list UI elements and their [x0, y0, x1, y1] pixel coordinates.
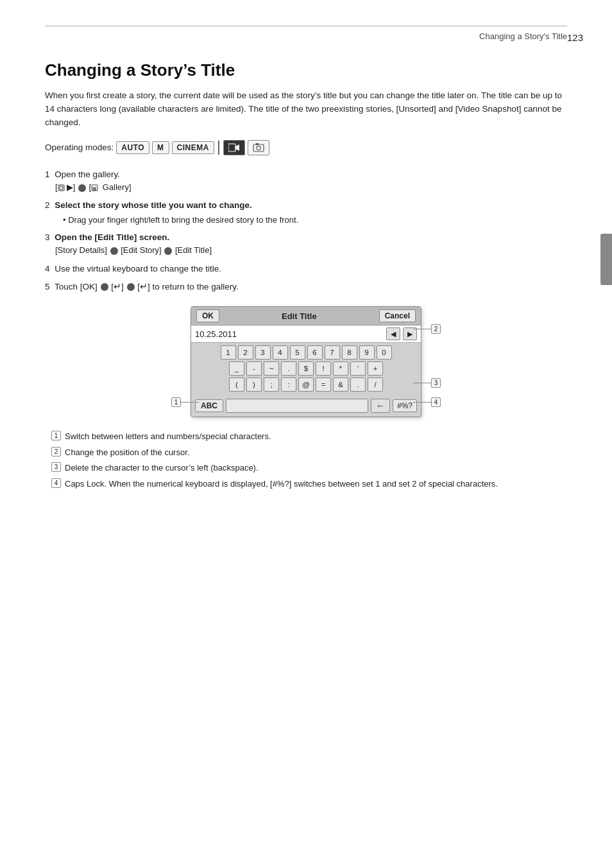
- intro-text: When you first create a story, the curre…: [45, 89, 567, 130]
- kb-key-semicolon[interactable]: ;: [264, 378, 279, 392]
- figure-wrapper: OK Edit Title Cancel 10.25.2011 ◀ ▶ 1 2 …: [191, 306, 421, 417]
- kb-bottom-row: ABC ← #%?: [191, 396, 421, 417]
- top-rule: [45, 26, 567, 26]
- fn-text-2: Change the position of the cursor.: [65, 446, 189, 459]
- kb-key-rparen[interactable]: ): [246, 378, 262, 392]
- svg-rect-5: [58, 185, 64, 191]
- kb-row-numbers: 1 2 3 4 5 6 7 8 9 0: [195, 345, 417, 360]
- mode-auto: AUTO: [116, 141, 149, 154]
- svg-rect-6: [60, 186, 63, 189]
- fn-text-3: Delete the character to the cursor’s lef…: [65, 462, 259, 474]
- callout-3-container: 3: [413, 378, 441, 388]
- footnotes: 1 Switch between letters and numbers/spe…: [45, 430, 567, 490]
- keyboard-figure: OK Edit Title Cancel 10.25.2011 ◀ ▶ 1 2 …: [45, 306, 567, 417]
- operating-modes: Operating modes: AUTO M CINEMA: [45, 140, 567, 155]
- fn-num-4: 4: [51, 478, 61, 488]
- kb-key-dash[interactable]: -: [246, 361, 262, 376]
- step-5-text: Touch [OK] [↵] [↵] to return to the gall…: [55, 282, 239, 291]
- footnote-4: 4 Caps Lock. When the numerical keyboard…: [51, 478, 567, 490]
- operating-modes-label: Operating modes:: [45, 143, 114, 152]
- kb-key-5[interactable]: 5: [290, 345, 305, 360]
- kb-key-2[interactable]: 2: [238, 345, 253, 360]
- svg-rect-4: [256, 143, 259, 145]
- kb-key-period[interactable]: .: [281, 361, 296, 376]
- kb-cancel-btn[interactable]: Cancel: [379, 309, 416, 322]
- kb-left-arrow[interactable]: ◀: [386, 327, 400, 340]
- keyboard-panel: OK Edit Title Cancel 10.25.2011 ◀ ▶ 1 2 …: [191, 306, 421, 417]
- step-2-number: 2: [45, 200, 50, 210]
- step-3: 3 Open the [Edit Title] screen. [Story D…: [45, 231, 567, 257]
- page-title: Changing a Story’s Title: [45, 60, 567, 80]
- step-5-number: 5: [45, 282, 50, 291]
- svg-text:▦: ▦: [92, 186, 97, 191]
- kb-key-equals[interactable]: =: [316, 378, 331, 392]
- kb-key-slash[interactable]: /: [368, 378, 383, 392]
- step-2: 2 Select the story whose title you want …: [45, 199, 567, 226]
- kb-key-7[interactable]: 7: [325, 345, 340, 360]
- kb-row-sym1: _ - ~ . $ ! * ' +: [195, 361, 417, 376]
- footnote-3: 3 Delete the character to the cursor’s l…: [51, 462, 567, 474]
- callout-num-2: 2: [431, 324, 441, 334]
- callout-num-4: 4: [431, 397, 441, 407]
- step-3-number: 3: [45, 232, 50, 242]
- kb-key-period2[interactable]: .: [350, 378, 366, 392]
- step-2-text: Select the story whose title you want to…: [55, 200, 252, 210]
- kb-key-plus[interactable]: +: [368, 361, 383, 376]
- step-2-sub-1: Drag your finger right/left to bring the…: [63, 214, 567, 227]
- fn-num-1: 1: [51, 431, 61, 440]
- kb-ok-btn[interactable]: OK: [196, 309, 219, 322]
- kb-key-dollar[interactable]: $: [298, 361, 314, 376]
- step-3-text: Open the [Edit Title] screen.: [55, 232, 169, 242]
- mode-icon-video: [223, 140, 245, 155]
- footnote-1: 1 Switch between letters and numbers/spe…: [51, 430, 567, 443]
- kb-key-6[interactable]: 6: [307, 345, 323, 360]
- fn-text-1: Switch between letters and numbers/speci…: [65, 430, 271, 443]
- step-4-text: Use the virtual keyboard to change the t…: [55, 264, 221, 273]
- kb-key-8[interactable]: 8: [342, 345, 357, 360]
- svg-rect-2: [253, 144, 264, 152]
- sidebar-tab: [600, 234, 612, 285]
- svg-point-3: [257, 146, 260, 150]
- mode-m: M: [152, 141, 169, 154]
- step-4: 4 Use the virtual keyboard to change the…: [45, 263, 567, 275]
- kb-key-underscore[interactable]: _: [229, 361, 244, 376]
- kb-key-quote[interactable]: ': [350, 361, 366, 376]
- page-header: Changing a Story's Title: [45, 31, 567, 41]
- svg-marker-1: [235, 144, 239, 151]
- kb-key-9[interactable]: 9: [359, 345, 375, 360]
- kb-key-amp[interactable]: &: [333, 378, 348, 392]
- kb-key-at[interactable]: @: [298, 378, 314, 392]
- svg-rect-0: [228, 144, 235, 152]
- step-4-number: 4: [45, 264, 50, 273]
- fn-num-3: 3: [51, 462, 61, 472]
- kb-abc-btn[interactable]: ABC: [195, 399, 223, 412]
- step-1-number: 1: [45, 169, 50, 179]
- kb-backspace-btn[interactable]: ←: [371, 399, 390, 413]
- kb-space-btn[interactable]: [226, 399, 368, 413]
- kb-title-label: Edit Title: [223, 311, 375, 321]
- callout-num-3: 3: [431, 378, 441, 388]
- kb-key-4[interactable]: 4: [273, 345, 288, 360]
- step-2-sub-list: Drag your finger right/left to bring the…: [45, 214, 567, 227]
- callout-4-container: 4: [413, 397, 441, 407]
- kb-key-exclaim[interactable]: !: [316, 361, 331, 376]
- callout-2-container: 2: [413, 324, 441, 334]
- callout-line-3: [413, 383, 431, 383]
- kb-title-row: OK Edit Title Cancel: [191, 307, 421, 326]
- kb-key-colon[interactable]: :: [281, 378, 296, 392]
- callout-line-1: [181, 402, 199, 403]
- kb-input-field[interactable]: 10.25.2011: [195, 329, 384, 339]
- kb-key-1[interactable]: 1: [221, 345, 236, 360]
- kb-key-star[interactable]: *: [333, 361, 348, 376]
- fn-text-4: Caps Lock. When the numerical keyboard i…: [65, 478, 498, 490]
- kb-key-lparen[interactable]: (: [229, 378, 244, 392]
- fn-num-2: 2: [51, 447, 61, 456]
- page-number: 123: [567, 32, 583, 43]
- kb-key-0[interactable]: 0: [377, 345, 392, 360]
- callout-1-container: 1: [171, 397, 199, 407]
- kb-rows: 1 2 3 4 5 6 7 8 9 0 _ -: [191, 343, 421, 396]
- kb-key-tilde[interactable]: ~: [264, 361, 279, 376]
- mode-divider: [218, 141, 219, 155]
- step-3-sub: [Story Details] [Edit Story] [Edit Title…: [45, 245, 212, 255]
- kb-key-3[interactable]: 3: [255, 345, 271, 360]
